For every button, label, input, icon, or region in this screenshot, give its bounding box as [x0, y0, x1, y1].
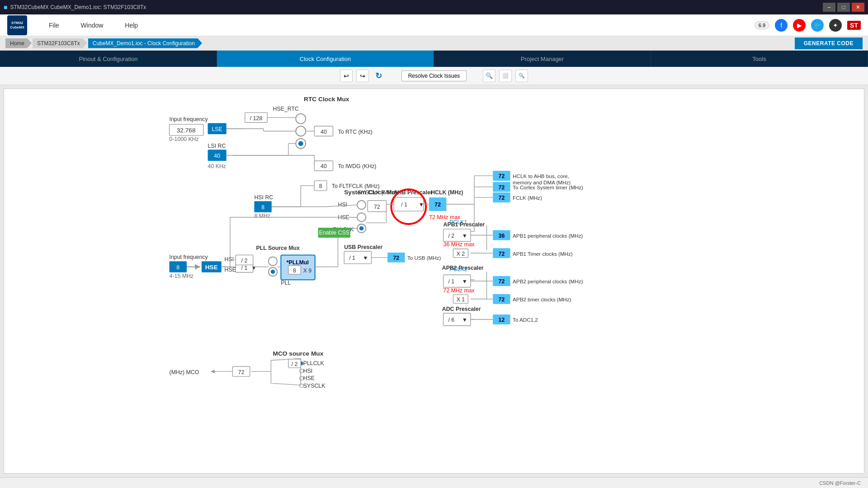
rtc-clock-mux-label: RTC Clock Mux	[304, 96, 349, 103]
refresh-button[interactable]: ↻	[373, 70, 385, 82]
svg-text:72: 72	[374, 204, 380, 210]
svg-text:HSI: HSI	[338, 202, 348, 208]
svg-text:▼: ▼	[462, 278, 467, 285]
svg-text:40 KHz: 40 KHz	[208, 163, 226, 169]
svg-text:HSE: HSE	[303, 375, 315, 381]
svg-text:Input frequency: Input frequency	[170, 116, 208, 122]
zoom-in-button[interactable]: 🔍	[483, 70, 495, 82]
st-logo: ST	[847, 21, 861, 30]
svg-text:SYSCLK (MHz): SYSCLK (MHz)	[358, 189, 396, 196]
youtube-icon[interactable]: ▶	[793, 19, 806, 32]
svg-text:To Cortex System timer (MHz): To Cortex System timer (MHz)	[513, 184, 583, 190]
svg-text:Enable CSS: Enable CSS	[319, 230, 349, 236]
svg-text:X 2: X 2	[457, 251, 465, 257]
svg-text:▼: ▼	[462, 233, 467, 239]
svg-text:4-15 MHz: 4-15 MHz	[170, 273, 193, 279]
svg-text:12: 12	[499, 317, 505, 323]
version-badge: 6.9	[755, 21, 769, 29]
svg-text:To RTC (KHz): To RTC (KHz)	[338, 129, 373, 135]
tab-tools[interactable]: Tools	[651, 51, 868, 67]
main-content: RTC Clock Mux Input frequency 32.768 0-1…	[0, 85, 868, 477]
svg-text:*PLLMul: *PLLMul	[287, 259, 309, 266]
svg-text:/ 6: / 6	[448, 317, 455, 323]
facebook-icon[interactable]: f	[775, 19, 788, 32]
zoom-out-button[interactable]: 🔍	[515, 70, 528, 82]
svg-text:Input frequency: Input frequency	[170, 254, 208, 260]
svg-text:X 1: X 1	[457, 296, 465, 303]
svg-text:/ 2: / 2	[292, 361, 298, 367]
logo-text: STM32CubeMX	[10, 21, 24, 29]
status-text: CSDN @Forster-C	[819, 480, 861, 486]
menu-right: 6.9 f ▶ 🐦 ✦ ST	[755, 19, 861, 32]
clock-diagram: RTC Clock Mux Input frequency 32.768 0-1…	[4, 89, 864, 474]
svg-text:PLL Source Mux: PLL Source Mux	[256, 245, 300, 251]
svg-text:72: 72	[499, 184, 505, 191]
svg-rect-0	[165, 89, 704, 473]
svg-text:PCLK1: PCLK1	[449, 219, 467, 225]
svg-text:▼: ▼	[251, 265, 257, 271]
svg-text:To USB (MHz): To USB (MHz)	[407, 255, 441, 261]
minimize-button[interactable]: –	[823, 3, 835, 12]
menu-help[interactable]: Help	[121, 20, 142, 31]
clock-svg: RTC Clock Mux Input frequency 32.768 0-1…	[4, 89, 864, 473]
svg-text:8: 8	[176, 264, 179, 271]
svg-text:PCLK2: PCLK2	[449, 266, 467, 272]
svg-point-17	[298, 141, 303, 146]
svg-text:8: 8	[319, 183, 322, 189]
twitter-icon[interactable]: 🐦	[811, 19, 824, 32]
resolve-clock-button[interactable]: Resolve Clock Issues	[401, 70, 467, 81]
svg-text:▼: ▼	[419, 202, 424, 208]
breadcrumb-chip[interactable]: STM32F103C8Tx	[33, 38, 87, 48]
svg-text:PLLCLK: PLLCLK	[303, 360, 325, 366]
maximize-button[interactable]: □	[837, 3, 850, 12]
menu-window[interactable]: Window	[77, 20, 107, 31]
svg-text:HSI: HSI	[225, 256, 234, 263]
svg-text:SYSCLK: SYSCLK	[303, 383, 326, 389]
svg-point-151	[271, 270, 275, 274]
svg-text:To IWDG (KHz): To IWDG (KHz)	[338, 163, 377, 169]
svg-text:▼: ▼	[363, 255, 368, 261]
title-bar: ■ STM32CubeMX CubeMX_Demo1.ioc: STM32F10…	[0, 0, 868, 14]
svg-text:72: 72	[499, 195, 505, 201]
svg-text:/ 1: / 1	[241, 265, 248, 271]
svg-point-49	[359, 226, 364, 231]
svg-text:LSI RC: LSI RC	[208, 143, 226, 149]
svg-text:72: 72	[499, 278, 505, 285]
svg-text:36 MHz max: 36 MHz max	[443, 241, 475, 248]
svg-text:To ADC1,2: To ADC1,2	[513, 317, 538, 323]
svg-text:FCLK (MHz): FCLK (MHz)	[513, 195, 542, 201]
svg-text:HSI: HSI	[303, 368, 313, 374]
svg-text:LSE: LSE	[212, 126, 222, 132]
svg-text:APB1 peripheral clocks (MHz): APB1 peripheral clocks (MHz)	[513, 233, 583, 239]
window-title: STM32CubeMX CubeMX_Demo1.ioc: STM32F103C…	[10, 4, 146, 10]
tab-project[interactable]: Project Manager	[434, 51, 651, 67]
svg-text:X 9: X 9	[303, 267, 312, 274]
svg-text:(MHz) MCO: (MHz) MCO	[170, 369, 199, 375]
svg-text:APB1 Timer clocks (MHz): APB1 Timer clocks (MHz)	[513, 251, 573, 257]
svg-text:72 MHz max: 72 MHz max	[443, 287, 475, 294]
svg-text:72: 72	[434, 202, 441, 208]
svg-text:HSE_RTC: HSE_RTC	[273, 106, 299, 112]
svg-text:APB2 peripheral clocks (MHz): APB2 peripheral clocks (MHz)	[513, 278, 583, 284]
svg-text:40: 40	[214, 153, 220, 159]
svg-text:32.768: 32.768	[177, 127, 196, 134]
redo-button[interactable]: ↪	[356, 70, 369, 82]
breadcrumb-project[interactable]: CubeMX_Demo1.ioc - Clock Configuration	[88, 38, 202, 48]
generate-code-button[interactable]: GENERATE CODE	[795, 38, 863, 49]
fit-button[interactable]: ⬜	[499, 70, 512, 82]
svg-text:PLL: PLL	[281, 280, 291, 286]
menu-bar: STM32CubeMX File Window Help 6.9 f ▶ 🐦 ✦…	[0, 14, 868, 36]
svg-text:8 MHz: 8 MHz	[254, 213, 270, 219]
close-button[interactable]: ✕	[852, 3, 864, 12]
svg-text:72: 72	[499, 251, 505, 257]
menu-file[interactable]: File	[45, 20, 63, 31]
svg-text:HCLK (MHz): HCLK (MHz)	[431, 189, 463, 196]
undo-button[interactable]: ↩	[340, 70, 353, 82]
svg-text:/ 2: / 2	[241, 258, 248, 264]
tab-clock[interactable]: Clock Configuration	[217, 51, 434, 67]
tab-pinout[interactable]: Pinout & Configuration	[0, 51, 217, 67]
svg-text:8: 8	[261, 204, 264, 211]
network-icon[interactable]: ✦	[829, 19, 842, 32]
svg-text:ADC Prescaler: ADC Prescaler	[442, 306, 481, 312]
breadcrumb-home[interactable]: Home	[5, 38, 32, 48]
